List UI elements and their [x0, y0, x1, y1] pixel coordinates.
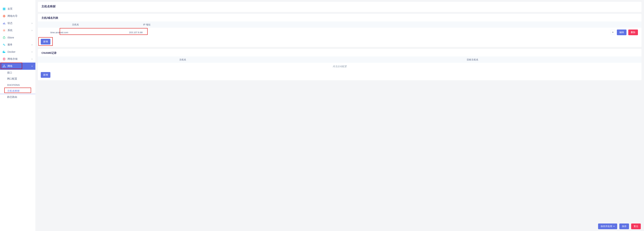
svg-rect-14 [3, 51, 4, 51]
gears-icon [2, 43, 6, 46]
hosts-panel-title: 主机/域名列表 [38, 14, 642, 22]
main-content: 主机名映射 主机/域名列表 主机名 IP 地址 time.android.com… [36, 0, 644, 231]
docker-icon [2, 50, 6, 54]
nav-istore-label: iStore [8, 36, 33, 39]
nav-status-label: 状态 [8, 22, 31, 25]
cname-empty: 尚无任何配置 [38, 63, 642, 70]
home-icon [2, 7, 6, 11]
hosts-add-button[interactable]: 新增 [41, 39, 50, 45]
chevron-right-icon [31, 51, 33, 53]
page-title-panel: 主机名映射 [38, 2, 642, 12]
save-apply-button[interactable]: 保存并应用 [598, 223, 617, 229]
hosts-panel: 主机/域名列表 主机名 IP 地址 time.android.com 203.1… [38, 14, 642, 47]
cname-add-button[interactable]: 新增 [41, 72, 50, 78]
cname-col-host: 主机名 [38, 58, 328, 61]
delete-button[interactable]: 删除 [628, 30, 638, 35]
cname-panel: CNAME记录 主机名 目标主机名 尚无任何配置 新增 [38, 49, 642, 80]
nav-sub-portcfg[interactable]: 网口配置 [0, 76, 36, 82]
svg-rect-19 [5, 67, 5, 67]
hosts-row0-host: time.android.com [48, 30, 102, 35]
nav-services-label: 服务 [8, 43, 31, 46]
svg-point-10 [4, 45, 5, 46]
cname-col-target: 目标主机名 [328, 58, 617, 61]
svg-rect-18 [3, 67, 4, 67]
cname-table-head: 主机名 目标主机名 [38, 57, 642, 63]
nav-network-label: 网络 [8, 65, 31, 68]
nav-wizard[interactable]: 网络向导 [0, 13, 36, 20]
nav-sub-hostnames[interactable]: 主机名映射 [0, 88, 36, 94]
nav-sub-interfaces[interactable]: 接口 [0, 70, 36, 76]
nav-system[interactable]: 系统 [0, 27, 36, 34]
svg-rect-17 [4, 65, 4, 66]
save-button[interactable]: 保存 [619, 223, 629, 229]
drag-icon: ≡ [612, 31, 614, 34]
chart-icon [2, 22, 6, 25]
bag-icon [2, 36, 6, 39]
svg-rect-5 [3, 23, 4, 24]
edit-button[interactable]: 编辑 [617, 30, 626, 35]
svg-rect-3 [4, 9, 5, 10]
chevron-right-icon [31, 22, 33, 24]
sidebar: 首页 网络向导 状态 系统 iStore 服务 [0, 0, 36, 231]
hosts-row0-ip: 203.107.6.88 [127, 30, 166, 35]
svg-rect-15 [4, 51, 4, 51]
nav-home[interactable]: 首页 [0, 5, 36, 13]
page-title: 主机名映射 [38, 2, 642, 11]
chevron-right-icon [31, 30, 33, 31]
svg-rect-6 [4, 23, 4, 24]
hosts-col-ip: IP 地址 [113, 23, 181, 26]
drag-handle[interactable]: ≡ [610, 30, 615, 35]
svg-rect-1 [4, 8, 5, 9]
nav-docker[interactable]: Docker [0, 48, 36, 55]
chevron-right-icon [31, 44, 33, 46]
nav-status[interactable]: 状态 [0, 20, 36, 27]
nav-sub-dhcpdns[interactable]: DHCP/DNS [0, 82, 36, 88]
svg-point-9 [3, 44, 4, 45]
cname-panel-title: CNAME记录 [38, 49, 642, 57]
globe-icon [2, 15, 6, 18]
nav-nas[interactable]: 网络存储 [0, 55, 36, 63]
hosts-col-host: 主机名 [38, 23, 113, 26]
svg-rect-13 [4, 51, 4, 52]
svg-rect-7 [5, 24, 5, 24]
nav-docker-label: Docker [8, 50, 31, 53]
nav-system-label: 系统 [8, 29, 31, 32]
hosts-table-head: 主机名 IP 地址 [38, 22, 642, 28]
svg-rect-0 [3, 8, 4, 9]
nav-home-label: 首页 [8, 7, 33, 11]
nav-services[interactable]: 服务 [0, 41, 36, 48]
footer-actions: 保存并应用 保存 复位 [597, 223, 641, 229]
svg-rect-2 [3, 9, 4, 10]
gear-icon [2, 29, 6, 32]
database-icon [2, 57, 6, 61]
reset-button[interactable]: 复位 [631, 223, 641, 229]
chevron-right-icon [31, 58, 33, 60]
nav-sub-staticroute[interactable]: 静态路由 [0, 94, 36, 100]
sitemap-icon [2, 65, 6, 68]
nav-network[interactable]: 网络 [0, 63, 36, 70]
nav-nas-label: 网络存储 [8, 57, 31, 61]
nav-wizard-label: 网络向导 [8, 15, 33, 18]
nav-istore[interactable]: iStore [0, 34, 36, 41]
svg-rect-11 [3, 51, 3, 52]
svg-point-16 [3, 58, 5, 59]
svg-rect-12 [3, 51, 4, 52]
svg-point-8 [4, 30, 5, 31]
hosts-table-row: time.android.com 203.107.6.88 ≡ 编辑 删除 [38, 28, 642, 37]
chevron-down-icon [31, 65, 33, 67]
